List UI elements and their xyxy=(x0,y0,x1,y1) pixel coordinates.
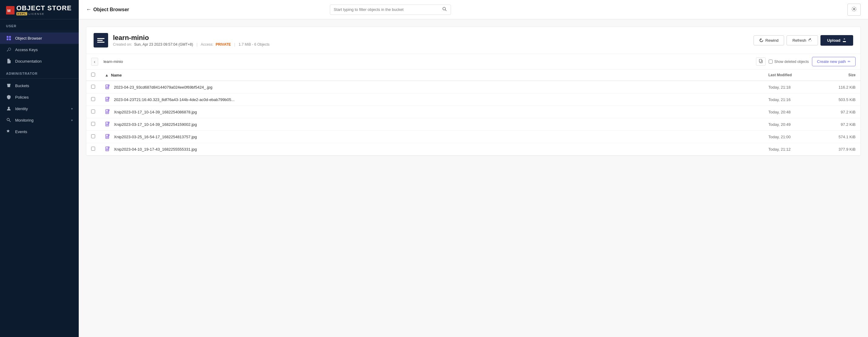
file-type-icon xyxy=(105,134,111,140)
sort-arrow-icon: ▲ xyxy=(105,73,109,77)
svg-rect-20 xyxy=(759,59,762,62)
svg-point-18 xyxy=(854,8,855,10)
sidebar-item-events[interactable]: Events xyxy=(0,126,79,137)
select-all-checkbox[interactable] xyxy=(91,73,95,76)
bucket-info: learn-minio Created on: Sun, Apr 23 2023… xyxy=(113,34,749,46)
file-name[interactable]: Xnip2023-03-25_16-54-17_1682254813757.jp… xyxy=(114,135,197,139)
doc-icon xyxy=(6,58,11,64)
row-checkbox-cell xyxy=(86,81,100,94)
settings-button[interactable] xyxy=(847,4,861,16)
sidebar-item-label: Policies xyxy=(15,95,73,100)
row-checkbox[interactable] xyxy=(91,85,95,89)
sidebar-item-access-keys[interactable]: Access Keys xyxy=(0,44,79,55)
bucket-meta: Created on: Sun, Apr 23 2023 09:57:04 (G… xyxy=(113,42,749,46)
svg-rect-32 xyxy=(108,109,109,111)
file-type-icon xyxy=(105,84,111,90)
svg-point-13 xyxy=(8,107,10,109)
sidebar-item-identity[interactable]: Identity ▾ xyxy=(0,103,79,114)
refresh-icon xyxy=(808,38,812,42)
svg-rect-42 xyxy=(108,134,109,136)
row-name-cell: 2023-04-23_93cd687d84144079a024ee0f69bf5… xyxy=(100,81,764,94)
row-size-cell: 97.2 KiB xyxy=(818,106,861,118)
sidebar-item-policies[interactable]: Policies xyxy=(0,91,79,103)
file-type-icon xyxy=(105,109,111,115)
navigate-back-button[interactable]: ‹ xyxy=(91,58,98,66)
table-row: Xnip2023-03-25_16-54-17_1682254813757.jp… xyxy=(86,131,861,143)
row-size-cell: 97.2 KiB xyxy=(818,118,861,131)
svg-line-15 xyxy=(9,121,10,122)
logo-agpl: AGPL xyxy=(17,12,27,15)
sidebar-item-object-browser[interactable]: Object Browser xyxy=(0,32,79,44)
refresh-button[interactable]: Refresh xyxy=(786,35,818,45)
row-checkbox[interactable] xyxy=(91,97,95,101)
modified-column-header[interactable]: Last Modified xyxy=(764,70,818,81)
search-input[interactable] xyxy=(334,7,440,12)
name-column-header[interactable]: ▲ Name xyxy=(100,70,764,81)
grid-icon xyxy=(6,35,11,41)
table-row: Xnip2023-04-10_19-17-43_1682255555331.jp… xyxy=(86,143,861,156)
table-row: Xnip2023-03-17_10-14-39_1682254086878.jp… xyxy=(86,106,861,118)
sidebar-item-documentation[interactable]: Documentation xyxy=(0,55,79,67)
sidebar: M OBJECT STORE AGPL LICENSE User Object … xyxy=(0,0,79,337)
search-button[interactable] xyxy=(442,7,447,13)
create-path-label: Create new path xyxy=(817,59,846,64)
file-type-icon xyxy=(105,121,111,127)
create-path-button[interactable]: Create new path ✏ xyxy=(812,57,856,66)
sidebar-item-buckets[interactable]: Buckets xyxy=(0,80,79,91)
svg-point-14 xyxy=(7,118,9,121)
person-icon xyxy=(6,106,11,111)
upload-button[interactable]: Upload xyxy=(820,35,853,46)
svg-rect-4 xyxy=(7,38,8,40)
row-checkbox[interactable] xyxy=(91,109,95,113)
file-name[interactable]: Xnip2023-03-17_10-14-39_1682254159002.jp… xyxy=(114,122,197,127)
file-table-body: 2023-04-23_93cd687d84144079a024ee0f69bf5… xyxy=(86,81,861,156)
row-size-cell: 116.2 KiB xyxy=(818,81,861,94)
svg-rect-5 xyxy=(9,38,11,40)
row-checkbox[interactable] xyxy=(91,134,95,138)
show-deleted-label: Show deleted objects xyxy=(769,60,809,64)
chevron-down-icon: ▾ xyxy=(71,119,73,122)
upload-label: Upload xyxy=(827,38,840,43)
svg-point-16 xyxy=(443,7,445,10)
sidebar-item-monitoring[interactable]: Monitoring ▾ xyxy=(0,114,79,126)
show-deleted-checkbox[interactable] xyxy=(769,60,773,64)
sidebar-divider-1 xyxy=(0,31,79,31)
search-box xyxy=(330,4,451,15)
table-header-row: ▲ Name Last Modified Size xyxy=(86,70,861,81)
row-modified-cell: Today, 21:18 xyxy=(764,81,818,94)
size-column-header[interactable]: Size xyxy=(818,70,861,81)
shield-icon xyxy=(6,94,11,100)
bucket-icon-wrap xyxy=(94,33,108,47)
rewind-button[interactable]: Rewind xyxy=(753,35,784,45)
sidebar-item-label: Events xyxy=(15,130,73,134)
bucket-lines-icon xyxy=(97,38,104,43)
svg-rect-27 xyxy=(108,97,109,98)
sidebar-divider-2 xyxy=(0,78,79,79)
back-button[interactable]: ← Object Browser xyxy=(86,6,129,13)
file-name[interactable]: Xnip2023-04-10_19-17-43_1682255555331.jp… xyxy=(114,147,197,151)
file-name[interactable]: 2023-04-23_93cd687d84144079a024ee0f69bf5… xyxy=(114,85,212,90)
row-checkbox-cell xyxy=(86,106,100,118)
row-checkbox[interactable] xyxy=(91,122,95,126)
sidebar-item-label: Documentation xyxy=(15,59,73,64)
admin-section-label: Administrator xyxy=(0,67,79,77)
row-name-cell: Xnip2023-03-17_10-14-39_1682254086878.jp… xyxy=(100,106,764,118)
created-label: Created on: xyxy=(113,42,132,46)
table-row: 2023-04-23T21:16:40.323_8df76a43-144b-4d… xyxy=(86,94,861,106)
svg-line-17 xyxy=(445,10,446,11)
file-type-icon xyxy=(105,97,111,103)
copy-path-button[interactable] xyxy=(756,58,766,66)
row-name-cell: Xnip2023-03-17_10-14-39_1682254159002.jp… xyxy=(100,118,764,131)
gear-icon xyxy=(851,6,857,12)
rewind-icon xyxy=(759,38,764,42)
page-title: Object Browser xyxy=(93,7,129,12)
logo-text: OBJECT STORE xyxy=(17,5,72,11)
row-checkbox[interactable] xyxy=(91,147,95,150)
col-name-label: Name xyxy=(111,73,122,77)
file-name[interactable]: Xnip2023-03-17_10-14-39_1682254086878.jp… xyxy=(114,110,197,114)
row-modified-cell: Today, 21:00 xyxy=(764,131,818,143)
browser-toolbar: ‹ learn-minio Show deleted objects Creat… xyxy=(86,54,861,70)
file-name[interactable]: 2023-04-23T21:16:40.323_8df76a43-144b-4d… xyxy=(114,97,235,102)
row-modified-cell: Today, 20:49 xyxy=(764,118,818,131)
access-value: PRIVATE xyxy=(216,42,231,46)
